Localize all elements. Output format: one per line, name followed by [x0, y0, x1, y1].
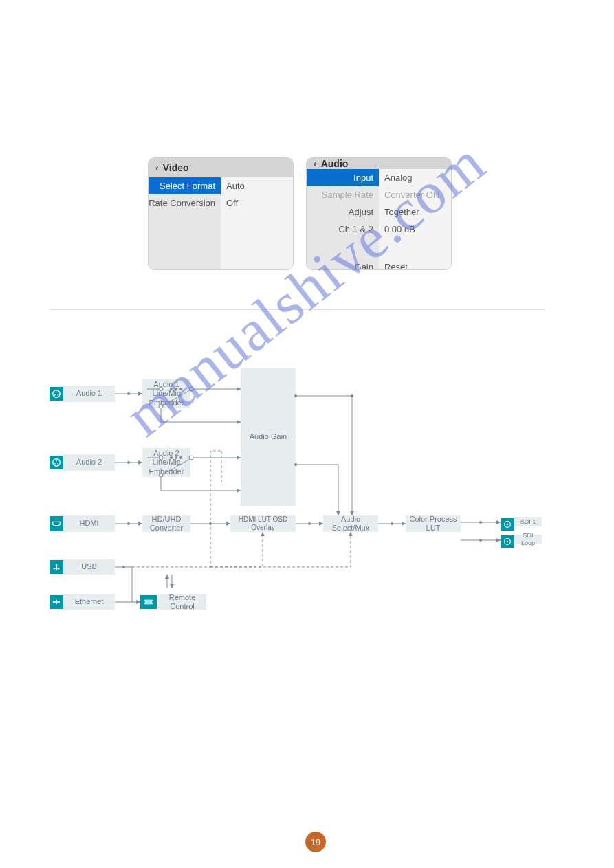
svg-point-0 — [53, 390, 61, 398]
diagram-wires — [50, 368, 545, 616]
video-row-value: Off — [221, 194, 293, 212]
svg-point-11 — [507, 541, 509, 543]
video-row-label[interactable]: Rate Conversion — [149, 194, 221, 212]
audio-row-value: Analog — [379, 169, 451, 186]
video-row-label[interactable]: Select Format — [149, 177, 221, 194]
page-number-badge: 19 — [305, 832, 326, 852]
bnc-icon — [501, 518, 514, 531]
svg-rect-13 — [145, 601, 146, 603]
svg-rect-17 — [151, 601, 152, 603]
svg-point-44 — [351, 394, 353, 397]
audio-gain-value[interactable]: Reset — [379, 258, 451, 269]
audio-row-label: Sample Rate — [307, 186, 379, 203]
svg-point-32 — [127, 461, 130, 464]
block-audio-gain: Audio Gain — [241, 368, 296, 506]
block-audio2-embedder: Audio 2 Line/Mic Embedder — [142, 448, 190, 477]
svg-point-52 — [308, 522, 311, 525]
svg-point-1 — [56, 392, 57, 393]
ethernet-icon — [50, 595, 63, 609]
audio-row-label[interactable]: Ch 1 & 2 — [307, 221, 379, 238]
svg-point-6 — [54, 463, 56, 465]
input-audio2: Audio 2 — [63, 454, 115, 471]
usb-icon — [50, 560, 63, 574]
input-ethernet: Ethernet — [63, 594, 115, 610]
audio-gain-label[interactable]: Gain — [307, 258, 379, 269]
block-audio1-embedder: Audio 1 Line/Mic Embedder — [142, 379, 190, 408]
xlr-icon — [50, 387, 63, 401]
hdmi-icon — [50, 516, 63, 531]
svg-point-58 — [479, 539, 482, 542]
output-sdi1: SDI 1 — [514, 517, 542, 526]
audio-row-label[interactable]: Input — [307, 169, 379, 186]
video-row-value: Auto — [221, 177, 293, 194]
svg-rect-16 — [149, 601, 150, 603]
block-remote-control: Remote Control — [158, 594, 206, 610]
switch-icon — [140, 595, 157, 609]
audio-row-value: Together — [379, 203, 451, 221]
block-hdmi-overlay: HDMI LUT OSD Overlay — [230, 515, 296, 532]
input-usb: USB — [63, 559, 115, 575]
video-title: Video — [163, 162, 189, 173]
audio-panel-header[interactable]: ‹ Audio — [307, 158, 451, 169]
audio-title: Audio — [321, 158, 349, 169]
separator-rule — [50, 309, 545, 310]
video-panel-header[interactable]: ‹ Video — [149, 158, 293, 177]
chevron-left-icon: ‹ — [155, 162, 159, 173]
svg-point-50 — [209, 522, 212, 525]
video-panel: ‹ Video Select Format Rate Conversion Au… — [149, 158, 293, 269]
svg-point-3 — [57, 394, 58, 396]
input-hdmi: HDMI — [63, 515, 115, 532]
svg-point-7 — [57, 463, 58, 465]
svg-rect-15 — [148, 601, 149, 603]
audio-row-value: Converter ON — [379, 186, 451, 203]
audio-panel: ‹ Audio Input Sample Rate Adjust Ch 1 & … — [307, 158, 451, 269]
svg-point-2 — [54, 394, 56, 396]
svg-point-54 — [391, 522, 393, 525]
svg-rect-14 — [146, 601, 147, 603]
svg-point-5 — [56, 460, 57, 462]
chevron-left-icon: ‹ — [314, 158, 317, 169]
block-audio-mux: Audio Select/Mux — [323, 515, 378, 532]
svg-point-4 — [53, 459, 61, 467]
svg-point-9 — [507, 524, 509, 526]
svg-point-57 — [479, 521, 482, 524]
block-hdmi-converter: HD/UHD Converter — [142, 515, 190, 532]
audio-row-label[interactable]: Adjust — [307, 203, 379, 221]
xlr-icon — [50, 456, 63, 469]
audio-row-value: 0.00 dB — [379, 221, 451, 238]
bnc-icon — [501, 535, 514, 548]
svg-point-19 — [127, 392, 130, 395]
svg-point-59 — [122, 566, 125, 568]
svg-point-48 — [127, 522, 130, 525]
input-audio1: Audio 1 — [63, 386, 115, 402]
block-diagram: Audio 1 Audio 2 HDMI USB Ethernet Audio … — [50, 368, 545, 616]
block-color-process: Color Process LUT — [406, 515, 461, 532]
output-sdi-loop: SDI Loop — [514, 535, 542, 544]
